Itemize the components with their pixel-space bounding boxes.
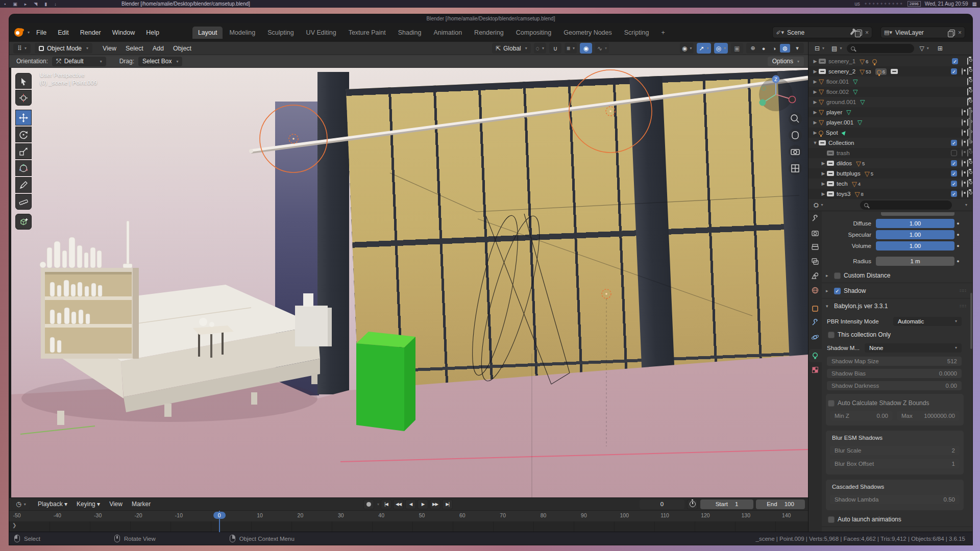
hide-eye-toggle[interactable] [962,150,963,156]
outliner-row[interactable]: ▶tech▽4✓ [808,179,972,189]
expand-arrow-icon[interactable]: ▶ [812,130,819,135]
outliner-display-mode-dropdown[interactable]: ⊟▾ [813,43,826,54]
blender-logo-icon[interactable] [14,28,23,37]
outliner-row[interactable]: ▶toys3▽8✓ [808,189,972,199]
outliner-row[interactable]: ▶Spot [808,128,972,138]
expand-arrow-icon[interactable]: ▶ [820,171,827,176]
viewport-menu-select[interactable]: Select [121,43,148,54]
current-frame-field[interactable]: 0 [640,499,684,509]
properties-tab-output[interactable] [808,241,822,254]
drag-dropdown[interactable]: Select Box▾ [138,57,182,66]
hide-eye-toggle[interactable] [962,119,963,126]
outliner-item-name[interactable]: player [826,109,842,115]
close-icon[interactable]: × [958,29,962,36]
expand-arrow-icon[interactable]: ▶ [812,110,819,115]
hide-eye-toggle[interactable] [962,130,963,136]
shadow-mode-dropdown[interactable]: None▾ [865,343,962,353]
render-camera-toggle[interactable] [967,68,968,74]
render-camera-toggle[interactable] [967,58,968,64]
volume-slider[interactable]: 1.00 [876,241,954,251]
gizmo-y-axis[interactable] [760,99,766,106]
outliner-filter-mode-dropdown[interactable]: ▤▾ [829,43,844,54]
keyboard-layout[interactable]: us [854,1,860,7]
outliner-row[interactable]: ▶▽player▽ [808,107,972,117]
frame-end-field[interactable]: End100 [756,499,805,509]
collection-checkbox[interactable]: ✓ [951,160,957,166]
monitor-object[interactable] [295,293,332,346]
snap-dropdown[interactable]: ≡▾ [565,43,577,54]
outliner-search[interactable] [847,44,914,53]
collection-checkbox[interactable]: ✓ [951,68,957,74]
menu-help[interactable]: Help [141,27,164,38]
jump-end-button[interactable]: ▶| [442,499,453,509]
tab-rendering[interactable]: Rendering [469,27,509,39]
auto-keying-button[interactable] [363,499,374,509]
auto-launch-row[interactable]: Auto launch animations [828,514,969,524]
outliner-item-name[interactable]: player.001 [826,119,853,126]
properties-tab-object[interactable] [808,302,822,315]
gizmo-x-axis[interactable] [789,96,796,103]
custom-distance-panel-header[interactable]: ▸ Custom Distance [826,270,969,281]
tool-transform-button[interactable] [15,160,32,176]
transform-orientation-dropdown[interactable]: ⇱ Global ▾ [492,43,531,54]
shading-rendered-icon[interactable]: ◍ [780,44,790,53]
hide-eye-toggle[interactable] [962,140,963,146]
outliner-item-name[interactable]: toys3 [837,191,851,197]
snap-toggle[interactable]: ∪ [549,43,561,54]
new-collection-button[interactable]: ⊞ [934,43,946,54]
viewport-menu-add[interactable]: Add [149,43,168,54]
timeline-expand-chevron[interactable]: ❯ [12,522,16,528]
expand-arrow-icon[interactable]: ▼ [812,140,819,145]
properties-tab-texture[interactable] [808,363,822,377]
properties-tab-viewlayer[interactable] [808,255,822,268]
tool-select-box-button[interactable] [15,73,32,89]
auto-calc-checkbox[interactable] [828,400,835,407]
scene-name[interactable]: Scene [787,29,848,36]
pin-icon[interactable] [850,30,854,35]
properties-tab-data[interactable] [808,349,822,362]
os-window-controls[interactable]: ▪▣▸◥▮↓ [4,2,121,7]
orientation-dropdown[interactable]: ⤱ Default ▾ [52,57,106,66]
tab-shading[interactable]: Shading [393,27,427,39]
timeline-menu-keying[interactable]: Keying ▾ [72,499,104,509]
outliner-item-name[interactable]: scenery_1 [828,58,855,64]
outliner-row[interactable]: ▶▽ground.001▽× [808,97,972,107]
viewport-menu-view[interactable]: View [99,43,120,54]
shading-solid-icon[interactable]: ● [758,44,769,53]
viewport-menu-object[interactable]: Object [169,43,195,54]
collection-checkbox[interactable]: ✓ [951,140,957,146]
outliner-row[interactable]: ▶scenery_1▽6✓ [808,56,972,66]
this-collection-checkbox[interactable] [828,332,835,338]
outliner-row[interactable]: ▶buttplugs▽5✓ [808,168,972,179]
render-camera-toggle[interactable] [967,119,968,126]
outliner-row[interactable]: ▶▽floor.001▽ [808,77,972,87]
timeline-menu-view[interactable]: View [105,499,127,509]
os-clock[interactable]: Wed, 21 Aug 20:59 [925,1,968,7]
render-camera-toggle[interactable]: × [967,99,968,105]
outliner-item-name[interactable]: dildos [837,160,852,166]
outliner-row[interactable]: ▶dildos▽5✓ [808,158,972,168]
hide-eye-toggle[interactable] [962,160,963,166]
xray-toggle[interactable]: ▣ [731,43,743,54]
menu-window[interactable]: Window [108,27,139,38]
specular-slider[interactable]: 1.00 [876,230,954,239]
outliner-item-name[interactable]: scenery_2 [828,68,855,74]
shading-material-icon[interactable]: ◑ [769,44,779,53]
tab-uv-editing[interactable]: UV Editing [301,27,342,39]
collection-checkbox[interactable]: ✓ [952,58,958,64]
viewport-nav-icons[interactable] [789,112,802,175]
tab-compositing[interactable]: Compositing [510,27,557,39]
viewport-3d[interactable]: Z User Perspective (0) _scene | Point.0 [11,68,808,497]
workspace-tile-icon[interactable]: ▦ [972,1,977,7]
filter-icon[interactable]: ▽▾ [917,43,930,54]
render-camera-toggle[interactable] [967,79,968,85]
auto-launch-checkbox[interactable] [828,516,835,523]
close-icon[interactable]: × [865,29,869,36]
tool-measure-button[interactable] [15,194,32,210]
outliner-scrollbar[interactable] [969,108,971,144]
render-camera-toggle[interactable] [967,89,968,95]
timeline-menu-marker[interactable]: Marker [128,499,155,509]
this-collection-row[interactable]: This collection Only [828,330,969,340]
overlays-toggle[interactable]: ◎▾ [714,43,728,54]
shadow-panel-header[interactable]: ▸✓ Shadow ∷∷ [826,286,969,296]
